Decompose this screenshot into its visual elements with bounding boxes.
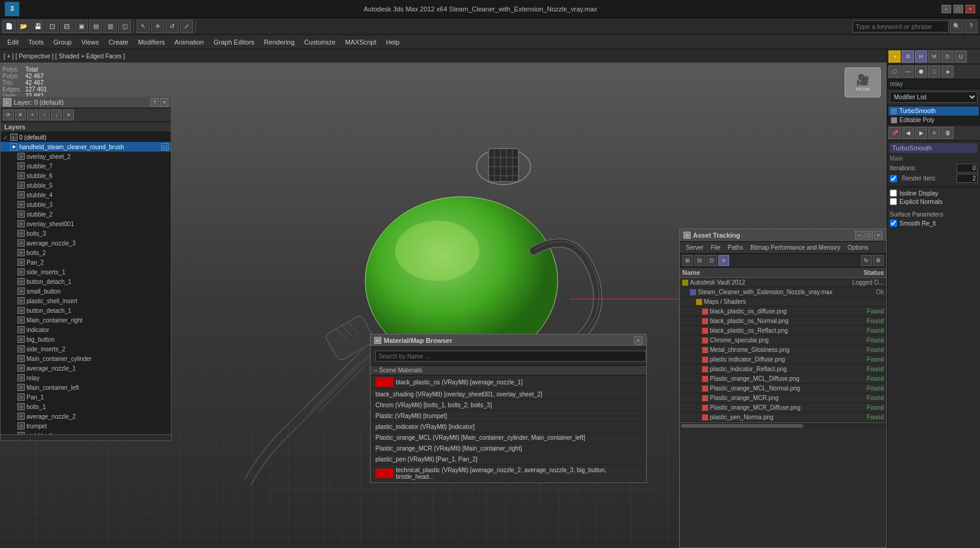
layer-item[interactable]: ▶ handheld_steam_cleaner_round_brush □ bbox=[1, 142, 171, 152]
layer-item[interactable]: ◎ side_inserts_2 bbox=[1, 344, 171, 354]
menu-maxscript[interactable]: MAXScript bbox=[341, 37, 381, 47]
asset-row[interactable]: black_plastic_os_Normal.png Found bbox=[680, 316, 886, 326]
layer-refresh-btn[interactable]: ⟳ bbox=[3, 109, 14, 120]
isoline-checkbox[interactable] bbox=[890, 189, 897, 197]
tb5[interactable]: ▥ bbox=[103, 20, 117, 33]
menu-graph-editors[interactable]: Graph Editors bbox=[209, 37, 259, 47]
element-icon[interactable]: ◈ bbox=[941, 66, 954, 78]
save-btn[interactable]: 💾 bbox=[31, 20, 45, 33]
asset-row[interactable]: Steam_Cleaner_with_Extension_Nozzle_vray… bbox=[680, 288, 886, 297]
asset-menu-file[interactable]: File bbox=[707, 244, 724, 251]
mat-item[interactable]: black_shading (VRayMtl) [overlay_sheet00… bbox=[371, 389, 646, 400]
asset-row[interactable]: Plastic_orange_MCL_Diffuse.png Found bbox=[680, 374, 886, 384]
layer-item[interactable]: ◎ Main_container_right bbox=[1, 315, 171, 325]
mat-item[interactable]: Plastic_orange_MCL (VRayMtl) [Main_conta… bbox=[371, 433, 646, 443]
asset-row[interactable]: Plastic_orange_MCR.png Found bbox=[680, 393, 886, 403]
asset-row[interactable]: black_plastic_os_Reflact.png Found bbox=[680, 326, 886, 336]
tb4[interactable]: ▤ bbox=[89, 20, 102, 33]
layer-item[interactable]: ◎ stubble_3 bbox=[1, 200, 171, 209]
move-btn[interactable]: ✛ bbox=[151, 20, 164, 33]
help-btn[interactable]: ? bbox=[964, 20, 978, 33]
modifier-turbosmooth[interactable]: TurboSmooth bbox=[889, 106, 979, 115]
layer-item[interactable]: ◎ Main_container_cylinder bbox=[1, 354, 171, 363]
menu-edit[interactable]: Edit bbox=[2, 37, 23, 47]
pin-icon[interactable]: 📌 bbox=[889, 127, 901, 139]
open-btn[interactable]: 📂 bbox=[17, 20, 30, 33]
new-btn[interactable]: 📄 bbox=[2, 20, 16, 33]
layer-item[interactable]: ◎ average_nozzle_2 bbox=[1, 411, 171, 421]
border-icon[interactable]: ⬢ bbox=[915, 66, 927, 78]
layer-item[interactable]: ◎ overlay_sheet_2 bbox=[1, 152, 171, 161]
modifier-editablepoly[interactable]: Editable Poly bbox=[889, 115, 979, 125]
render-iters-input[interactable] bbox=[957, 174, 978, 183]
hierarchy-icon[interactable]: H bbox=[915, 51, 927, 63]
modify-icon[interactable]: ⚙ bbox=[902, 51, 914, 63]
trash-icon[interactable]: 🗑 bbox=[941, 127, 954, 139]
layer-scrollbar[interactable] bbox=[1, 434, 171, 440]
layer-item[interactable]: ◎ indicator bbox=[1, 325, 171, 334]
layer-item[interactable]: ◎ average_nozzle_3 bbox=[1, 238, 171, 248]
restore-button[interactable]: □ bbox=[954, 5, 963, 13]
asset-menu-bitmap[interactable]: Bitmap Performance and Memory bbox=[747, 244, 844, 251]
mat-item[interactable]: Plastic_orange_MCR (VRayMtl) [Main_conta… bbox=[371, 443, 646, 454]
edge-icon[interactable]: — bbox=[902, 66, 914, 78]
modifier-list-dropdown[interactable]: Modifier List bbox=[890, 91, 978, 103]
menu-modifiers[interactable]: Modifiers bbox=[133, 37, 170, 47]
redo-btn[interactable]: ⊟ bbox=[60, 20, 73, 33]
layer-item[interactable]: ◎ bolts_1 bbox=[1, 402, 171, 411]
asset-row[interactable]: Autodesk Vault 2012 Logged O... bbox=[680, 278, 886, 288]
poly-icon[interactable]: □ bbox=[928, 66, 940, 78]
layer-item[interactable]: ◎ Pan_2 bbox=[1, 257, 171, 267]
menu-create[interactable]: Create bbox=[103, 37, 133, 47]
create-icon[interactable]: ★ bbox=[889, 51, 901, 63]
layer-item[interactable]: ◎ stubble_6 bbox=[1, 171, 171, 180]
scale-btn[interactable]: ⤢ bbox=[180, 20, 193, 33]
render-iters-checkbox[interactable] bbox=[890, 175, 897, 182]
undo-btn[interactable]: ⊡ bbox=[46, 20, 59, 33]
menu-group[interactable]: Group bbox=[49, 37, 77, 47]
asset-tb4[interactable]: ≡ bbox=[718, 255, 729, 266]
layer-close-btn[interactable]: × bbox=[160, 98, 168, 106]
asset-row[interactable]: Plastic_orange_MCL_Normal.png Found bbox=[680, 384, 886, 393]
layer-item[interactable]: ◎ relay bbox=[1, 373, 171, 383]
asset-content[interactable]: Autodesk Vault 2012 Logged O... Steam_Cl… bbox=[680, 278, 886, 422]
layer-help-btn[interactable]: ? bbox=[150, 98, 159, 106]
asset-scrollbar-h[interactable] bbox=[680, 422, 886, 428]
tb3[interactable]: ▣ bbox=[75, 20, 88, 33]
layer-item[interactable]: ◎ average_nozzle_1 bbox=[1, 363, 171, 373]
asset-menu-options[interactable]: Options bbox=[844, 244, 872, 251]
explicit-normals-checkbox[interactable] bbox=[890, 198, 897, 205]
mat-search-input[interactable] bbox=[375, 351, 646, 362]
layer-item[interactable]: ◎ side_inserts_1 bbox=[1, 267, 171, 277]
utilities-icon[interactable]: U bbox=[955, 51, 967, 63]
layer-list[interactable]: ✓ L 0 (default) ▶ handheld_steam_cleaner… bbox=[1, 132, 171, 440]
asset-row[interactable]: plastic_indicator_Reflact.png Found bbox=[680, 365, 886, 374]
asset-minimize-btn[interactable]: – bbox=[855, 231, 863, 239]
asset-tb1[interactable]: ⊞ bbox=[682, 255, 693, 266]
layer-item[interactable]: ◎ big_button bbox=[1, 334, 171, 344]
asset-row[interactable]: Plastic_orange_MCR_Diffuse.png Found bbox=[680, 403, 886, 413]
close-button[interactable]: × bbox=[966, 5, 975, 13]
menu-help[interactable]: Help bbox=[381, 37, 405, 47]
layer-menu-btn[interactable]: ≡ bbox=[63, 109, 74, 120]
layer-item[interactable]: ◎ small_button bbox=[1, 286, 171, 296]
menu-rendering[interactable]: Rendering bbox=[259, 37, 300, 47]
smooth-result-checkbox[interactable] bbox=[890, 220, 897, 227]
rotate-btn[interactable]: ↺ bbox=[165, 20, 179, 33]
layer-item[interactable]: ◎ overlay_sheet001 bbox=[1, 219, 171, 229]
search-btn[interactable]: 🔍 bbox=[950, 20, 963, 33]
layer-move-up-btn[interactable]: ↑ bbox=[39, 109, 50, 120]
config-icon[interactable]: ≡ bbox=[928, 127, 940, 139]
menu-customize[interactable]: Customize bbox=[300, 37, 341, 47]
asset-row[interactable]: plastic_pen_Norma.png Found bbox=[680, 413, 886, 422]
asset-tb2[interactable]: ⊟ bbox=[694, 255, 705, 266]
mat-item[interactable]: black_plastic_os (VRayMtl) [average_nozz… bbox=[371, 375, 646, 389]
mat-item[interactable]: Chrom (VRayMtl) [bolts_1, bolts_2, bolts… bbox=[371, 400, 646, 411]
mat-item[interactable]: Plastic (VRayMtl) [trumpet] bbox=[371, 411, 646, 422]
display-icon[interactable]: D bbox=[941, 51, 954, 63]
arrow-left-icon[interactable]: ◀ bbox=[902, 127, 914, 139]
asset-menu-paths[interactable]: Paths bbox=[724, 244, 747, 251]
layer-item[interactable]: ◎ plastic_shell_insert bbox=[1, 296, 171, 306]
asset-restore-btn[interactable]: □ bbox=[864, 231, 873, 239]
layer-expand-icon[interactable]: □ bbox=[161, 143, 168, 150]
